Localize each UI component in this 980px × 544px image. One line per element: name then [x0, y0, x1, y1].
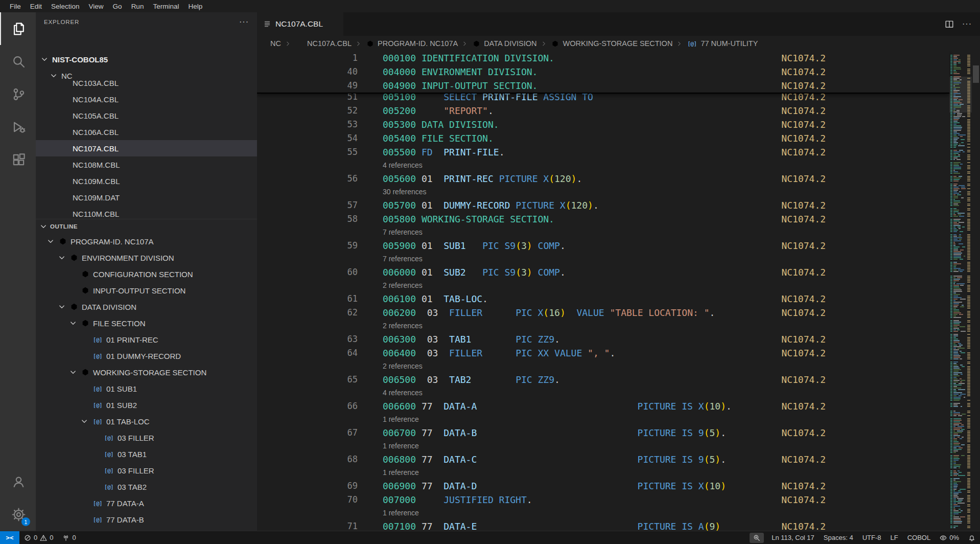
code-line[interactable]: 69006900 77 DATA-D PICTURE IS X(10) NC10…	[257, 479, 949, 493]
code-line[interactable]: 49004900 INPUT-OUTPUT SECTION. NC1074.2	[257, 79, 949, 93]
codelens-references[interactable]: 1 reference	[383, 468, 419, 477]
file-item[interactable]: NC108M.CBL	[36, 156, 257, 173]
outline-item[interactable]: [@]01 SUB1	[36, 380, 257, 397]
indentation-status[interactable]: Spaces: 4	[819, 531, 858, 544]
breadcrumb-item[interactable]: WORKING-STORAGE SECTION	[551, 39, 673, 48]
split-editor-icon[interactable]	[945, 19, 954, 29]
coverage-status[interactable]: 0%	[935, 531, 964, 544]
activity-settings-button[interactable]: 1	[0, 498, 36, 531]
code-line[interactable]: 59005900 01 SUB1 PIC S9(3) COMP. NC1074.…	[257, 239, 949, 253]
zoom-status[interactable]	[750, 533, 764, 543]
editor-more-actions-button[interactable]: ···	[962, 19, 972, 29]
file-item[interactable]: NC104A.CBL	[36, 91, 257, 107]
file-item[interactable]: NC107A.CBL	[36, 140, 257, 156]
codelens-references[interactable]: 2 references	[383, 322, 423, 330]
menu-go[interactable]: Go	[108, 0, 127, 12]
activity-extensions-button[interactable]	[0, 143, 36, 176]
explorer-more-actions-button[interactable]: ···	[239, 17, 249, 27]
codelens-references[interactable]: 1 reference	[383, 442, 419, 450]
code-line[interactable]: 67006700 77 DATA-B PICTURE IS 9(5). NC10…	[257, 426, 949, 440]
menu-run[interactable]: Run	[127, 0, 149, 12]
codelens-references[interactable]: 1 reference	[383, 415, 419, 423]
menu-terminal[interactable]: Terminal	[148, 0, 183, 12]
outline-item[interactable]: INPUT-OUTPUT SECTION	[36, 282, 257, 299]
codelens-references[interactable]: 4 references	[383, 161, 423, 169]
codelens-references[interactable]: 2 references	[383, 281, 423, 289]
menu-edit[interactable]: Edit	[26, 0, 46, 12]
codelens-references[interactable]: 30 references	[383, 188, 427, 196]
code-line[interactable]: 57005700 01 DUMMY-RECORD PICTURE X(120).…	[257, 198, 949, 212]
menu-selection[interactable]: Selection	[46, 0, 84, 12]
code-line[interactable]: 68006800 77 DATA-C PICTURE IS 9(5). NC10…	[257, 452, 949, 466]
outline-item[interactable]: [@]03 TAB1	[36, 446, 257, 462]
activity-run-debug-button[interactable]	[0, 110, 36, 143]
notifications-bell[interactable]	[964, 531, 980, 544]
outline-item[interactable]: [@]03 FILLER	[36, 429, 257, 446]
code-line[interactable]: 51005100 SELECT PRINT-FILE ASSIGN TO NC1…	[257, 94, 949, 104]
code-line[interactable]: 65006500 03 TAB2 PIC ZZ9. NC1074.2	[257, 373, 949, 387]
problems-status[interactable]: 0 0	[19, 531, 58, 544]
breadcrumb-item[interactable]: NC	[270, 39, 281, 48]
outline-item[interactable]: PROGRAM-ID. NC107A	[36, 233, 257, 250]
outline-section-header[interactable]: OUTLINE	[36, 219, 257, 233]
menu-view[interactable]: View	[84, 0, 108, 12]
code-line[interactable]: 55005500 FD PRINT-FILE. NC1074.2	[257, 145, 949, 159]
activity-source-control-button[interactable]	[0, 78, 36, 110]
code-line[interactable]: 70007000 JUSTIFIED RIGHT. NC1074.2	[257, 493, 949, 507]
outline-item[interactable]: CONFIGURATION SECTION	[36, 266, 257, 282]
minimap[interactable]	[949, 51, 972, 531]
file-item[interactable]: NC105A.CBL	[36, 107, 257, 124]
menu-file[interactable]: File	[5, 0, 26, 12]
encoding-status[interactable]: UTF-8	[858, 531, 886, 544]
code-line[interactable]: 56005600 01 PRINT-REC PICTURE X(120). NC…	[257, 172, 949, 186]
codelens-references[interactable]: 7 references	[383, 228, 423, 236]
code-line[interactable]: 1000100 IDENTIFICATION DIVISION. NC1074.…	[257, 51, 949, 65]
ports-status[interactable]: 0	[58, 531, 80, 544]
cursor-position-status[interactable]: Ln 113, Col 17	[767, 531, 819, 544]
code-line[interactable]: 66006600 77 DATA-A PICTURE IS X(10). NC1…	[257, 399, 949, 413]
code-line[interactable]: 54005400 FILE SECTION. NC1074.2	[257, 131, 949, 145]
code-line[interactable]: 58005800 WORKING-STORAGE SECTION. NC1074…	[257, 212, 949, 226]
editor-tab[interactable]: NC107A.CBL	[257, 12, 343, 36]
outline-item[interactable]: [@]03 FILLER	[36, 462, 257, 479]
outline-item[interactable]: [@]01 PRINT-REC	[36, 331, 257, 348]
outline-item[interactable]: [@]01 TAB-LOC	[36, 413, 257, 429]
scrollbar-thumb[interactable]	[973, 65, 979, 83]
outline-item[interactable]: [@]01 DUMMY-RECORD	[36, 348, 257, 364]
outline-item[interactable]: DATA DIVISION	[36, 299, 257, 315]
breadcrumb-item[interactable]: PROGRAM-ID. NC107A	[365, 39, 458, 48]
file-item[interactable]: NC109M.DAT	[36, 189, 257, 206]
outline-item[interactable]: [@]01 SUB2	[36, 397, 257, 413]
breadcrumb-item[interactable]: NC107A.CBL	[295, 39, 352, 48]
file-item[interactable]: NC110M.CBL	[36, 206, 257, 219]
menu-help[interactable]: Help	[183, 0, 207, 12]
code-line[interactable]: 60006000 01 SUB2 PIC S9(3) COMP. NC1074.…	[257, 265, 949, 279]
code-line[interactable]: 40004000 ENVIRONMENT DIVISION. NC1074.2	[257, 65, 949, 79]
vertical-scrollbar[interactable]	[972, 51, 980, 531]
outline-item[interactable]: ENVIRONMENT DIVISION	[36, 250, 257, 266]
activity-explorer-button[interactable]	[0, 12, 36, 45]
codelens-references[interactable]: 7 references	[383, 255, 423, 263]
language-status[interactable]: COBOL	[903, 531, 936, 544]
code-line[interactable]: 53005300 DATA DIVISION. NC1074.2	[257, 118, 949, 131]
outline-item[interactable]: WORKING-STORAGE SECTION	[36, 364, 257, 380]
outline-item[interactable]: [@]77 DATA-B	[36, 511, 257, 528]
folder-root[interactable]: NIST-COBOL85	[36, 51, 257, 67]
breadcrumb-item[interactable]: DATA DIVISION	[472, 39, 536, 48]
remote-indicator[interactable]: ><	[0, 531, 19, 544]
breadcrumb-item[interactable]: [@]77 NUM-UTILITY	[686, 39, 758, 48]
codelens-references[interactable]: 1 reference	[383, 509, 419, 517]
codelens-references[interactable]: 4 references	[383, 389, 423, 397]
outline-item[interactable]: [@]03 TAB2	[36, 479, 257, 495]
outline-item[interactable]: FILE SECTION	[36, 315, 257, 331]
activity-search-button[interactable]	[0, 45, 36, 78]
code-line[interactable]: 62006200 03 FILLER PIC X(16) VALUE "TABL…	[257, 306, 949, 320]
codelens-references[interactable]: 2 references	[383, 362, 423, 370]
code-line[interactable]: 71007100 77 DATA-E PICTURE IS A(9) NC107…	[257, 519, 949, 531]
code-line[interactable]: 64006400 03 FILLER PIC XX VALUE ", ". NC…	[257, 346, 949, 360]
code-line[interactable]: 61006100 01 TAB-LOC. NC1074.2	[257, 292, 949, 306]
code-editor[interactable]: 1000100 IDENTIFICATION DIVISION. NC1074.…	[257, 51, 980, 531]
code-line[interactable]: 63006300 03 TAB1 PIC ZZ9. NC1074.2	[257, 332, 949, 346]
close-icon[interactable]	[330, 20, 337, 28]
file-item[interactable]: NC109M.CBL	[36, 173, 257, 189]
